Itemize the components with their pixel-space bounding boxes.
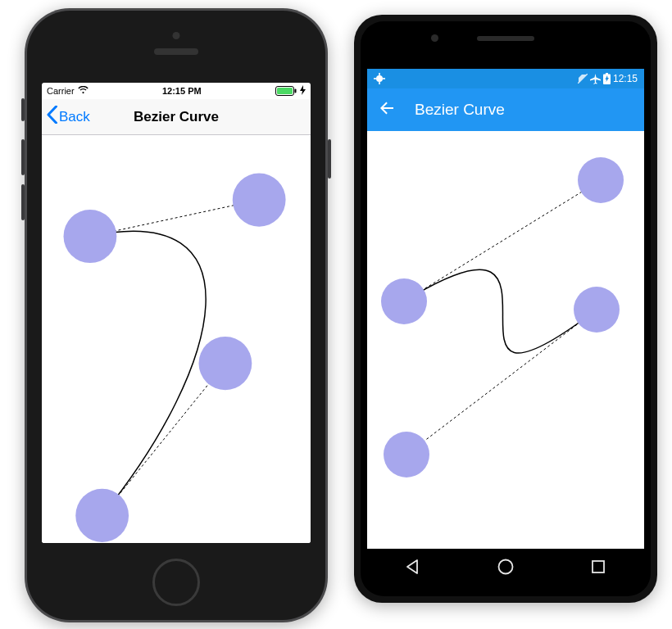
svg-rect-6 [374, 78, 376, 79]
wifi-icon [78, 86, 89, 96]
iphone-device-frame: Carrier 12:15 PM [25, 8, 328, 622]
android-device-frame: 12:15 Bezier Curve [354, 15, 657, 603]
svg-rect-7 [383, 78, 385, 79]
bezier-control-point-2[interactable] [384, 432, 429, 477]
svg-rect-5 [379, 82, 380, 84]
android-home-key[interactable] [497, 558, 515, 579]
svg-rect-1 [277, 88, 293, 94]
bezier-point-start[interactable] [381, 278, 427, 324]
bezier-control-point-1[interactable] [578, 157, 624, 203]
iphone-earpiece [154, 48, 198, 55]
android-clock: 12:15 [613, 73, 638, 84]
android-front-camera [431, 34, 438, 42]
svg-point-3 [376, 75, 383, 82]
iphone-screen: Carrier 12:15 PM [42, 83, 311, 543]
ios-status-bar: Carrier 12:15 PM [42, 83, 311, 99]
battery-charging-icon [603, 73, 611, 84]
bezier-control-point-2[interactable] [198, 337, 252, 390]
android-screen: 12:15 Bezier Curve [367, 69, 644, 549]
iphone-volume-down [21, 184, 25, 220]
ios-nav-bar: Back Bezier Curve [42, 99, 311, 135]
battery-icon [275, 86, 297, 96]
ios-clock: 12:15 PM [162, 86, 202, 96]
svg-point-8 [499, 560, 513, 574]
iphone-silent-switch [21, 98, 25, 121]
bezier-point-end[interactable] [75, 489, 129, 542]
android-earpiece [477, 36, 534, 41]
bezier-handle-end [406, 310, 597, 455]
android-back-key[interactable] [405, 559, 421, 578]
no-sim-icon [578, 74, 588, 84]
ios-carrier-label: Carrier [47, 86, 75, 96]
android-status-bar: 12:15 [367, 69, 644, 88]
ios-bezier-canvas[interactable] [42, 135, 311, 543]
bezier-control-point-1[interactable] [233, 173, 286, 226]
chevron-left-icon [47, 106, 59, 128]
back-arrow-icon[interactable] [379, 100, 395, 120]
back-button[interactable]: Back [42, 106, 90, 128]
svg-rect-9 [593, 561, 604, 572]
android-recents-key[interactable] [590, 559, 606, 578]
iphone-volume-up [21, 139, 25, 175]
bezier-point-end[interactable] [574, 287, 620, 333]
iphone-home-button[interactable] [152, 559, 200, 606]
iphone-front-camera [173, 32, 180, 39]
bezier-curve [404, 269, 597, 353]
iphone-power-button [328, 139, 331, 179]
back-button-label: Back [59, 109, 90, 125]
svg-rect-4 [379, 73, 380, 75]
svg-rect-2 [294, 89, 296, 93]
bezier-handle-start [404, 180, 601, 301]
charging-icon [300, 85, 306, 97]
android-app-bar: Bezier Curve [367, 88, 644, 131]
android-nav-bar [367, 550, 644, 586]
bezier-curve [90, 231, 206, 515]
android-debug-icon [374, 73, 385, 84]
android-bezier-canvas[interactable] [367, 131, 644, 549]
page-title: Bezier Curve [415, 101, 505, 119]
bezier-point-start[interactable] [64, 210, 117, 263]
airplane-mode-icon [590, 74, 601, 84]
